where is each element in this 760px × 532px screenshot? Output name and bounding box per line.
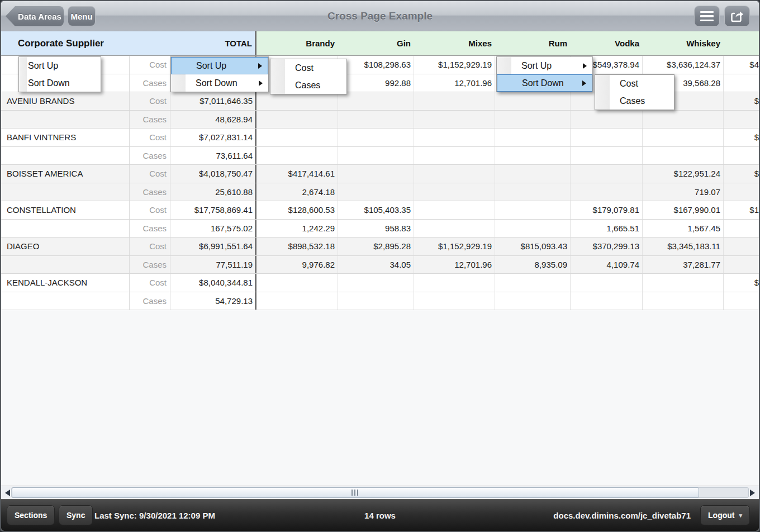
column-header-corporate-supplier[interactable]: Corporate Supplier	[18, 38, 104, 49]
rum-value-cell	[495, 165, 571, 183]
overflow-value-cell: $1	[724, 201, 759, 219]
menu-item-label: Sort Down	[522, 78, 564, 88]
table-row[interactable]: DIAGEO Cost $6,991,551.64 $898,532.18 $2…	[1, 238, 759, 256]
measure-label: Cost	[130, 56, 170, 74]
supplier-cell: KENDALL-JACKSON	[1, 274, 130, 292]
measure-label: Cases	[130, 220, 170, 238]
brandy-value-cell: $417,414.61	[256, 165, 338, 183]
menu-item-sort-up[interactable]: Sort Up	[171, 57, 268, 74]
mixes-value-cell	[414, 92, 495, 110]
total-value-cell: 77,511.19	[170, 256, 256, 274]
column-header-total[interactable]: TOTAL	[225, 39, 252, 48]
submenu-arrow-icon	[583, 63, 587, 69]
total-value-cell: 25,610.88	[170, 183, 256, 201]
gin-value-cell	[338, 292, 414, 310]
menu-item-sort-down[interactable]: Sort Down	[19, 74, 101, 92]
logout-button-label: Logout	[708, 511, 734, 520]
whiskey-value-cell	[643, 274, 724, 292]
brandy-value-cell	[256, 129, 338, 146]
table-row[interactable]: BANFI VINTNERS Cost $7,027,831.14 $	[1, 129, 759, 147]
submenu-item-cost[interactable]: Cost	[270, 59, 346, 77]
vodka-value-cell	[571, 147, 643, 165]
rum-value-cell	[495, 274, 571, 292]
measure-label: Cases	[130, 292, 170, 310]
overflow-value-cell	[724, 292, 759, 310]
submenu-item-cost[interactable]: Cost	[595, 75, 674, 92]
rum-value-cell: 8,935.09	[495, 256, 571, 274]
left-header-section: Corporate Supplier TOTAL	[1, 31, 256, 55]
column-header-whiskey[interactable]: Whiskey	[643, 31, 724, 55]
measure-label: Cost	[130, 274, 170, 292]
menu-item-sort-down[interactable]: Sort Down	[171, 74, 268, 92]
brandy-value-cell	[256, 147, 338, 165]
gin-value-cell: $108,298.63	[338, 56, 414, 74]
supplier-cell: CONSTELLATION	[1, 201, 130, 219]
column-header-brandy[interactable]: Brandy	[256, 31, 338, 55]
whiskey-value-cell: 719.07	[643, 183, 724, 201]
column-header-vodka[interactable]: Vodka	[571, 31, 643, 55]
scrollbar-thumb[interactable]	[12, 487, 699, 498]
supplier-cell: BANFI VINTNERS	[1, 129, 130, 146]
scroll-right-icon[interactable]	[750, 490, 755, 496]
menu-item-label: Cost	[295, 63, 314, 73]
footer-bar: Sections Sync Last Sync: 9/30/2021 12:09…	[1, 499, 759, 531]
rum-value-cell	[495, 129, 571, 146]
hamburger-menu-button[interactable]	[694, 6, 720, 27]
submenu-item-cases[interactable]: Cases	[595, 92, 674, 110]
column-header-mixes[interactable]: Mixes	[414, 31, 495, 55]
whiskey-value-cell	[643, 292, 724, 310]
table-row[interactable]: Cases 48,628.94	[1, 111, 759, 129]
measure-label: Cost	[130, 92, 170, 110]
total-value-cell: $7,027,831.14	[170, 129, 256, 146]
gin-value-cell	[338, 92, 414, 110]
submenu-item-cases[interactable]: Cases	[270, 77, 346, 94]
table-row[interactable]: KENDALL-JACKSON Cost $8,040,344.81 $	[1, 274, 759, 292]
vodka-value-cell	[571, 165, 643, 183]
measure-label: Cases	[130, 183, 170, 201]
app-window: Data Areas Menu Cross Page Example Corpo…	[0, 0, 760, 532]
table-row[interactable]: Cases 167,575.02 1,242.29 958.83 1,665.5…	[1, 220, 759, 238]
column-header-rum[interactable]: Rum	[495, 31, 571, 55]
table-row[interactable]: Cases 54,729.13	[1, 292, 759, 311]
brandy-value-cell: $128,600.53	[256, 201, 338, 219]
table-row[interactable]: Cases 77,511.19 9,976.82 34.05 12,701.96…	[1, 256, 759, 274]
table-row[interactable]: BOISSET AMERICA Cost $4,018,750.47 $417,…	[1, 165, 759, 183]
submenu-arrow-icon	[582, 80, 586, 86]
scroll-left-icon[interactable]	[5, 490, 10, 496]
supplier-cell: AVENIU BRANDS	[1, 92, 130, 110]
table-row[interactable]: Cases 73,611.64	[1, 147, 759, 165]
hamburger-icon	[700, 11, 714, 22]
table-row[interactable]: CONSTELLATION Cost $17,758,869.41 $128,6…	[1, 201, 759, 220]
menu-item-sort-down[interactable]: Sort Down	[497, 74, 592, 92]
measure-label: Cases	[130, 147, 170, 165]
table-row[interactable]: Cost $108,298.63 $1,152,929.19 $549,378.…	[1, 56, 759, 74]
menu-item-sort-up[interactable]: Sort Up	[497, 57, 592, 74]
mixes-value-cell	[414, 129, 495, 146]
submenu-rum-sort: Cost Cases	[595, 74, 674, 110]
total-value-cell: 54,729.13	[170, 292, 256, 310]
share-button[interactable]	[724, 6, 750, 27]
supplier-cell	[1, 292, 130, 310]
rum-value-cell	[495, 220, 571, 238]
brandy-value-cell	[256, 292, 338, 310]
overflow-value-cell	[724, 238, 759, 255]
table-row[interactable]: Cases 25,610.88 2,674.18 719.07	[1, 183, 759, 202]
brandy-value-cell: 2,674.18	[256, 183, 338, 201]
menu-item-sort-up[interactable]: Sort Up	[19, 57, 101, 74]
submenu-total-sort: Cost Cases	[270, 59, 347, 94]
brandy-value-cell: $898,532.18	[256, 238, 338, 255]
mixes-value-cell	[414, 183, 495, 201]
empty-scroll-area	[1, 310, 759, 486]
column-header-gin[interactable]: Gin	[338, 31, 414, 55]
scrollbar-grip-icon	[352, 490, 358, 496]
logout-button[interactable]: Logout ▾	[700, 505, 750, 525]
scrollbar-track[interactable]	[11, 487, 749, 498]
overflow-value-cell: $	[724, 165, 759, 183]
whiskey-value-cell: 37,281.77	[643, 256, 724, 274]
measure-label: Cases	[130, 256, 170, 274]
vodka-value-cell	[571, 274, 643, 292]
gin-value-cell	[338, 129, 414, 146]
supplier-cell	[1, 256, 130, 274]
supplier-cell	[1, 220, 130, 238]
overflow-value-cell: $4	[724, 56, 759, 74]
